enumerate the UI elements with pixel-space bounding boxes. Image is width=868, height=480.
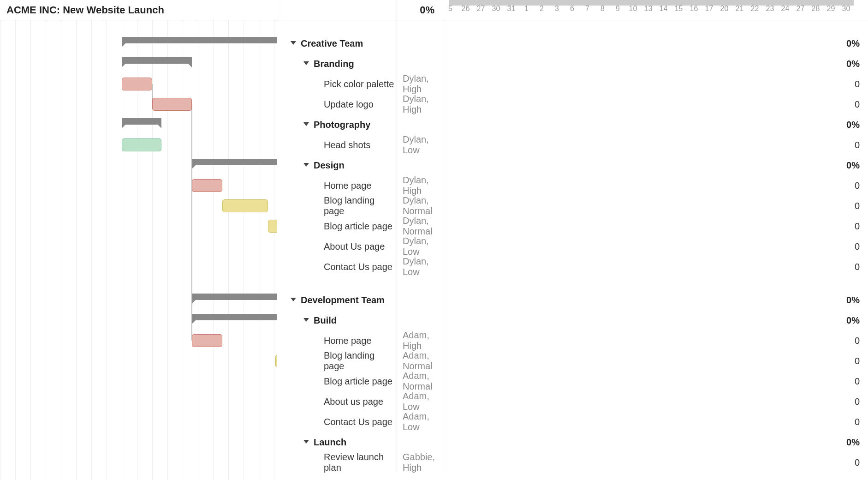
task-row-17[interactable]: Blog landing page xyxy=(277,351,397,371)
group-row-1[interactable]: Creative Team xyxy=(277,33,397,54)
summary-bar[interactable] xyxy=(192,314,277,320)
task-row-4[interactable]: Update logo xyxy=(277,94,397,114)
task-row-22[interactable]: Review launch plan xyxy=(277,452,397,473)
row-label: Design xyxy=(314,160,345,171)
progress-cell: 0 xyxy=(443,257,868,277)
day-label: 23 xyxy=(766,5,774,13)
chevron-down-icon[interactable] xyxy=(303,163,309,167)
progress-cell: 0 xyxy=(443,94,868,114)
progress-cell: 0% xyxy=(443,155,868,175)
progress-cell: 0 xyxy=(443,412,868,432)
gantt-bar[interactable] xyxy=(192,334,222,347)
chevron-down-icon[interactable] xyxy=(291,41,296,45)
progress-cell: 0 xyxy=(443,351,868,371)
summary-bar[interactable] xyxy=(122,118,161,125)
row-label: Build xyxy=(314,315,337,326)
progress-cell: 0% xyxy=(443,290,868,310)
gantt-bar[interactable] xyxy=(152,98,192,111)
gantt-bar[interactable] xyxy=(122,138,161,151)
group-row-2[interactable]: Branding xyxy=(277,54,397,74)
task-row-16[interactable]: Home page xyxy=(277,330,397,351)
row-label: Update logo xyxy=(324,99,374,110)
chevron-down-icon[interactable] xyxy=(303,122,309,126)
gantt-bar[interactable] xyxy=(222,199,268,212)
day-label: 7 xyxy=(585,5,589,13)
row-label: Contact Us page xyxy=(324,262,392,272)
day-label: 5 xyxy=(448,5,452,13)
task-row-18[interactable]: Blog article page xyxy=(277,371,397,391)
progress-cell: 0 xyxy=(443,236,868,257)
day-label: 29 xyxy=(827,5,835,13)
day-label: 24 xyxy=(781,5,790,13)
day-label: 26 xyxy=(462,5,470,13)
progress-cell: 0% xyxy=(443,33,868,54)
task-row-3[interactable]: Pick color palette xyxy=(277,74,397,94)
progress-cell: 0% xyxy=(443,114,868,135)
day-label: 30 xyxy=(842,5,850,13)
row-label: Pick color palette xyxy=(324,79,394,90)
row-label: Review launch plan xyxy=(324,452,397,473)
task-row-20[interactable]: Contact Us page xyxy=(277,412,397,432)
row-label: Blog landing page xyxy=(324,350,397,372)
dependency-line xyxy=(191,104,192,341)
assignee-cell: Adam, High xyxy=(397,330,443,351)
row-label: Development Team xyxy=(301,295,385,306)
row-label: About Us page xyxy=(324,241,385,252)
row-label: Home page xyxy=(324,336,371,346)
row-label: Launch xyxy=(314,437,346,448)
task-row-9[interactable]: Blog landing page xyxy=(277,196,397,216)
task-row-10[interactable]: Blog article page xyxy=(277,216,397,236)
day-label: 13 xyxy=(644,5,653,13)
group-row-14[interactable]: Development Team xyxy=(277,290,397,310)
assignee-cell: Dylan, Low xyxy=(397,257,443,277)
assignee-cell: Adam, Normal xyxy=(397,351,443,371)
gantt-bar[interactable] xyxy=(268,220,277,233)
assignee-cell: Dylan, Low xyxy=(397,135,443,155)
row-label: Blog article page xyxy=(324,221,392,232)
task-row-6[interactable]: Head shots xyxy=(277,135,397,155)
summary-bar[interactable] xyxy=(122,57,192,64)
row-label: Photography xyxy=(314,120,370,130)
summary-bar[interactable] xyxy=(192,294,277,300)
project-title: ACME INC: New Website Launch xyxy=(0,0,277,20)
group-row-5[interactable]: Photography xyxy=(277,114,397,135)
row-label: Home page xyxy=(324,180,371,191)
day-label: 8 xyxy=(600,5,605,13)
task-row-11[interactable]: About Us page xyxy=(277,236,397,257)
group-row-15[interactable]: Build xyxy=(277,310,397,330)
gantt-bar[interactable] xyxy=(192,179,222,192)
row-label: Blog article page xyxy=(324,376,392,387)
task-row-12[interactable]: Contact Us page xyxy=(277,257,397,277)
gantt-bar[interactable] xyxy=(275,354,277,367)
chevron-down-icon[interactable] xyxy=(291,298,296,301)
row-label: Blog landing page xyxy=(324,195,397,216)
task-row-8[interactable]: Home page xyxy=(277,175,397,196)
day-label: 27 xyxy=(797,5,805,13)
day-label: 21 xyxy=(736,5,744,13)
row-label: Branding xyxy=(314,59,354,69)
gantt-chart-area[interactable] xyxy=(0,20,277,480)
day-label: 3 xyxy=(555,5,559,13)
assignee-cell: Dylan, Normal xyxy=(397,196,443,216)
header-assignee-col xyxy=(277,0,397,20)
day-label: 2 xyxy=(540,5,544,13)
assignee-cell: Adam, Low xyxy=(397,412,443,432)
day-label: 10 xyxy=(629,5,637,13)
summary-bar[interactable] xyxy=(192,159,277,165)
day-label: 14 xyxy=(660,5,668,13)
chevron-down-icon[interactable] xyxy=(303,440,309,444)
gantt-bar[interactable] xyxy=(122,78,152,90)
group-row-7[interactable]: Design xyxy=(277,155,397,175)
day-label: 31 xyxy=(507,5,516,13)
day-label: 16 xyxy=(690,5,698,13)
group-row-21[interactable]: Launch xyxy=(277,432,397,452)
day-label: 20 xyxy=(720,5,729,13)
day-label: 28 xyxy=(812,5,820,13)
assignee-cell: Dylan, High xyxy=(397,94,443,114)
timeline-header: 5262730311236789101314151617202122232427… xyxy=(443,0,868,20)
chevron-down-icon[interactable] xyxy=(303,318,309,322)
chevron-down-icon[interactable] xyxy=(303,61,309,65)
summary-bar[interactable] xyxy=(122,37,277,43)
day-label: 27 xyxy=(477,5,485,13)
task-row-19[interactable]: About us page xyxy=(277,391,397,412)
